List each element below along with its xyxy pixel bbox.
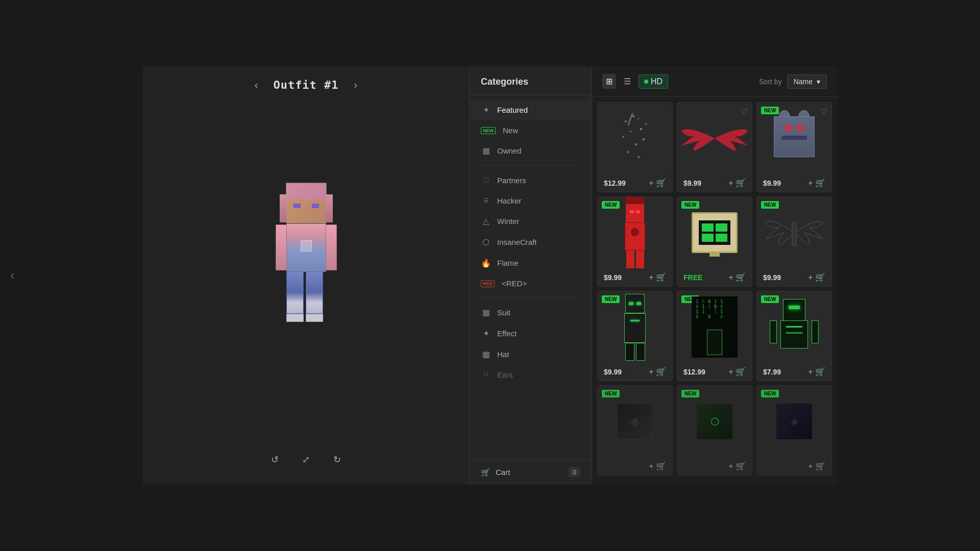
add-to-cart-button[interactable]: + 🛒 xyxy=(728,461,746,471)
item-price: $9.99 xyxy=(763,179,781,187)
left-panel: ‹ Outfit #1 › xyxy=(143,66,470,485)
add-to-cart-button[interactable]: + 🛒 xyxy=(808,178,825,188)
heart-icon[interactable]: ♡ xyxy=(820,107,827,116)
sidebar-item-label: Flame xyxy=(497,259,519,267)
heart-icon[interactable]: ♡ xyxy=(741,107,748,116)
item-thumbnail: NEW xyxy=(757,197,831,268)
item-footer: + 🛒 xyxy=(598,457,672,475)
categories-list: ✦ Featured NEW New ▦ Owned ♡ Partners ⠿ xyxy=(470,95,592,459)
outfit-prev-button[interactable]: ‹ xyxy=(250,77,263,93)
item-card[interactable]: NEW 1 0 1 0 0 1 1 0 1 1 0 1 1 xyxy=(677,291,752,381)
green-mech-visual xyxy=(769,299,820,355)
add-to-cart-button[interactable]: + 🛒 xyxy=(649,178,666,188)
add-to-cart-button[interactable]: + 🛒 xyxy=(728,272,746,282)
item-thumbnail: NEW 1 0 1 0 0 1 1 0 1 1 0 1 1 xyxy=(677,291,752,363)
item-card[interactable]: NEW $9.99 + 🛒 xyxy=(756,196,832,287)
move-button[interactable]: ⤢ xyxy=(298,450,314,469)
character-sprite xyxy=(265,183,347,356)
sidebar-item-flame[interactable]: 🔥 Flame xyxy=(470,253,592,273)
categories-panel: Categories ✦ Featured NEW New ▦ Owned ♡ … xyxy=(470,66,592,485)
sidebar-item-label: Hat xyxy=(497,350,509,359)
hd-toggle[interactable]: HD xyxy=(639,74,668,89)
item-card[interactable]: NEW xyxy=(597,196,673,287)
sidebar-item-winter[interactable]: △ Winter xyxy=(470,211,592,232)
sidebar-item-label: New xyxy=(503,126,518,135)
add-to-cart-button[interactable]: + 🛒 xyxy=(728,178,746,188)
item-card[interactable]: NEW xyxy=(597,291,673,381)
sidebar-item-new[interactable]: NEW New xyxy=(470,120,592,140)
item-card[interactable]: NEW ⬡ + 🛒 xyxy=(677,385,752,475)
cart-label: 🛒 Cart xyxy=(481,468,510,477)
sort-arrow-icon: ▾ xyxy=(817,78,820,86)
new-badge: NEW xyxy=(761,201,779,209)
suit-icon: ▦ xyxy=(481,308,491,317)
add-to-cart-button[interactable]: + 🛒 xyxy=(649,367,666,377)
item-card[interactable]: NEW $7.99 + 🛒 xyxy=(756,291,832,381)
dark-wings-visual xyxy=(761,207,827,258)
main-container: ‹ Outfit #1 › xyxy=(143,66,837,485)
outer-back-arrow[interactable]: ‹ xyxy=(10,268,14,283)
insanecraft-icon: ⬡ xyxy=(481,237,491,247)
item-price: $12.99 xyxy=(683,368,705,376)
toggle-label: HD xyxy=(651,77,663,86)
sidebar-item-label: Ears xyxy=(497,370,513,379)
new-badge: NEW xyxy=(602,201,620,209)
item-card[interactable]: ♡ $9.99 + 🛒 xyxy=(677,102,752,192)
item-price: $9.99 xyxy=(683,179,701,187)
list-view-button[interactable]: ☰ xyxy=(620,74,634,89)
sort-by-label: Sort by xyxy=(759,78,781,86)
item-thumbnail: ♡ xyxy=(677,103,752,174)
ears-icon: ⌇⌇ xyxy=(481,371,491,378)
toggle-dot xyxy=(644,80,648,84)
item-footer: $9.99 + 🛒 xyxy=(598,363,672,381)
rotate-right-button[interactable]: ↻ xyxy=(329,450,345,469)
items-panel: ⊞ ☰ HD Sort by Name ▾ xyxy=(592,66,837,485)
bottom-controls: ↺ ⤢ ↻ xyxy=(267,445,345,474)
add-to-cart-button[interactable]: + 🛒 xyxy=(649,461,666,471)
item-price: $9.99 xyxy=(604,273,622,282)
outfit-title: Outfit #1 xyxy=(273,79,338,91)
item-thumbnail: NEW xyxy=(598,197,672,268)
item-card[interactable]: $12.99 + 🛒 xyxy=(597,102,673,192)
item-card[interactable]: NEW ♡ $9.99 + 🛒 xyxy=(756,102,832,192)
cart-section[interactable]: 🛒 Cart 0 xyxy=(470,459,592,485)
item-thumbnail: NEW ⬡ xyxy=(677,386,752,457)
sidebar-item-hat[interactable]: ▦ Hat xyxy=(470,344,592,365)
add-to-cart-button[interactable]: + 🛒 xyxy=(808,367,825,377)
featured-icon: ✦ xyxy=(481,105,491,115)
add-to-cart-button[interactable]: + 🛒 xyxy=(808,272,825,282)
sidebar-item-hacker[interactable]: ⠿ Hacker xyxy=(470,191,592,211)
item-thumbnail xyxy=(598,103,672,174)
grid-view-button[interactable]: ⊞ xyxy=(602,74,616,89)
cart-count: 0 xyxy=(569,467,580,477)
rotate-left-button[interactable]: ↺ xyxy=(267,450,283,469)
sidebar-item-partners[interactable]: ♡ Partners xyxy=(470,170,592,191)
particles-visual xyxy=(615,110,655,166)
item-footer: $9.99 + 🛒 xyxy=(598,268,672,286)
item-card[interactable]: NEW ◆ + 🛒 xyxy=(597,385,673,475)
computer-visual xyxy=(692,212,738,253)
item-thumbnail: NEW ◈ xyxy=(757,386,831,457)
item-card[interactable]: NEW ◈ + 🛒 xyxy=(756,385,832,475)
item-price: FREE xyxy=(683,273,702,282)
sort-dropdown[interactable]: Name ▾ xyxy=(787,74,827,89)
sidebar-item-owned[interactable]: ▦ Owned xyxy=(470,140,592,161)
add-to-cart-button[interactable]: + 🛒 xyxy=(728,367,746,377)
add-to-cart-button[interactable]: + 🛒 xyxy=(808,461,825,471)
sidebar-item-featured[interactable]: ✦ Featured xyxy=(470,99,592,120)
hacker-char-visual xyxy=(624,294,646,361)
items-grid: $12.99 + 🛒 ♡ $9.99 xyxy=(592,97,837,485)
sidebar-item-red[interactable]: RED <RED> xyxy=(470,273,592,293)
sidebar-item-ears[interactable]: ⌇⌇ Ears xyxy=(470,365,592,385)
item-card[interactable]: NEW FREE + 🛒 xyxy=(677,196,752,287)
item-footer: $9.99 + 🛒 xyxy=(677,174,752,192)
sidebar-item-effect[interactable]: ✦ Effect xyxy=(470,323,592,344)
add-to-cart-button[interactable]: + 🛒 xyxy=(649,272,666,282)
sidebar-item-insanecraft[interactable]: ⬡ InsaneCraft xyxy=(470,232,592,253)
red-badge: RED xyxy=(481,280,495,287)
svg-rect-0 xyxy=(792,222,796,245)
effect-icon: ✦ xyxy=(481,329,491,338)
item-footer: $9.99 + 🛒 xyxy=(757,268,831,286)
outfit-next-button[interactable]: › xyxy=(349,77,363,93)
sidebar-item-suit[interactable]: ▦ Suit xyxy=(470,302,592,323)
